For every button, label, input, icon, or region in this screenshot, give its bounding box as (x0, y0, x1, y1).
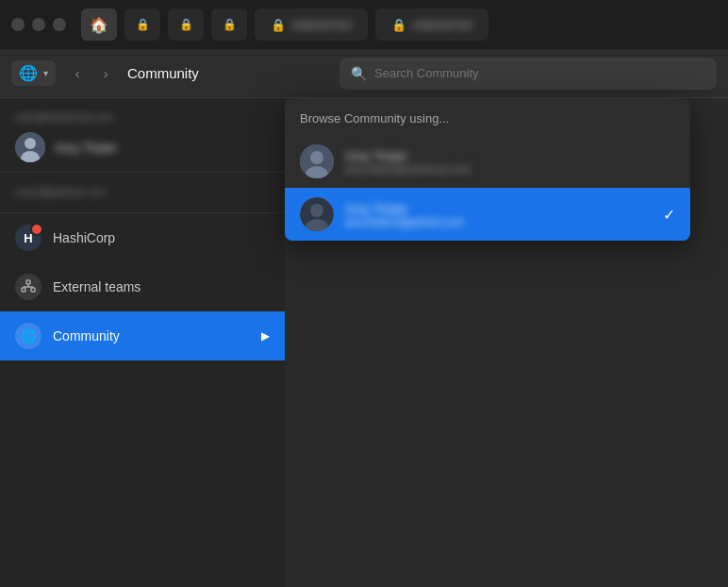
browse-avatar-2 (300, 197, 334, 231)
browse-popup: Browse Community using... Amy Thaler amy… (285, 98, 690, 241)
account-1-user-row[interactable]: Amy Thaler (15, 132, 270, 162)
tab-4-icon: 🔒 (271, 18, 286, 32)
tab-4-label: redacted text (291, 19, 352, 30)
browse-info-1: Amy Thaler amy.thaler@hashicorp.com (345, 149, 675, 175)
tab-3[interactable]: 🔒 (211, 8, 247, 41)
chevron-down-icon: ▾ (43, 68, 48, 78)
search-icon: 🔍 (351, 66, 367, 81)
svg-point-11 (310, 151, 323, 164)
tab-5-label: redacted text (412, 19, 472, 30)
tab-5-icon: 🔒 (391, 18, 406, 32)
external-teams-icon (15, 274, 41, 300)
browse-avatar-1 (300, 144, 334, 178)
sidebar-item-external-label: External teams (53, 279, 141, 294)
browse-item-2[interactable]: Amy Thaler amy.thaler2@partner.com ✓ (285, 188, 690, 241)
svg-rect-3 (26, 280, 30, 284)
sidebar-item-community-label: Community (53, 328, 120, 344)
svg-rect-5 (31, 288, 35, 292)
sidebar-item-community[interactable]: 🌐 Community ▶ (0, 311, 285, 361)
account-1-section: user@hashicorp.com Amy Thaler (0, 98, 285, 173)
titlebar: 🏠 🔒 🔒 🔒 🔒 redacted text 🔒 redacted text (0, 0, 728, 49)
account-2-section: user2@partner.com (0, 173, 285, 213)
search-input[interactable] (374, 66, 705, 80)
sidebar-items-list: H HashiCorp External teams (0, 213, 285, 587)
sidebar-item-hashicorp-label: HashiCorp (53, 230, 115, 245)
sidebar-item-external[interactable]: External teams (0, 262, 285, 311)
svg-point-14 (310, 204, 323, 217)
account-1-name: Amy Thaler (55, 141, 117, 155)
forward-button[interactable]: › (93, 61, 118, 86)
navbar: 🌐 ▾ ‹ › Community 🔍 (0, 49, 728, 98)
browse-popup-header: Browse Community using... (285, 98, 690, 135)
check-icon: ✓ (663, 206, 675, 224)
globe-icon: 🌐 (19, 64, 38, 82)
browse-email-1: amy.thaler@hashicorp.com (345, 163, 675, 175)
browse-item-1[interactable]: Amy Thaler amy.thaler@hashicorp.com (285, 135, 690, 188)
hashicorp-icon: H (15, 225, 41, 251)
account-1-email: user@hashicorp.com (15, 111, 270, 123)
right-content: Browse Community using... Amy Thaler amy… (285, 98, 728, 587)
tab-1[interactable]: 🔒 (124, 8, 160, 41)
main-content: user@hashicorp.com Amy Thaler user2@part… (0, 98, 728, 587)
traffic-lights (11, 18, 66, 31)
search-bar[interactable]: 🔍 (339, 58, 717, 90)
maximize-button[interactable] (53, 18, 66, 31)
community-icon: 🌐 (15, 323, 41, 349)
tab-2[interactable]: 🔒 (168, 8, 204, 41)
browse-email-2: amy.thaler2@partner.com (345, 216, 652, 227)
account-2-email: user2@partner.com (15, 186, 270, 197)
tab-home[interactable]: 🏠 (81, 8, 117, 41)
page-title: Community (127, 65, 199, 81)
tab-5[interactable]: 🔒 redacted text (375, 8, 488, 41)
browse-name-2: Amy Thaler (345, 202, 652, 216)
nav-arrows: ‹ › (65, 61, 118, 86)
account-1-avatar (15, 132, 45, 162)
workspace-switcher[interactable]: 🌐 ▾ (11, 60, 56, 86)
browse-info-2: Amy Thaler amy.thaler2@partner.com (345, 202, 652, 227)
browse-name-1: Amy Thaler (345, 149, 675, 163)
close-button[interactable] (11, 18, 25, 31)
tab-4[interactable]: 🔒 redacted text (255, 8, 368, 41)
sidebar-item-hashicorp[interactable]: H HashiCorp (0, 213, 285, 262)
back-button[interactable]: ‹ (65, 61, 90, 86)
sidebar: user@hashicorp.com Amy Thaler user2@part… (0, 98, 285, 587)
svg-rect-4 (22, 288, 25, 292)
svg-point-1 (25, 138, 36, 149)
minimize-button[interactable] (32, 18, 45, 31)
chevron-right-icon: ▶ (261, 329, 270, 343)
